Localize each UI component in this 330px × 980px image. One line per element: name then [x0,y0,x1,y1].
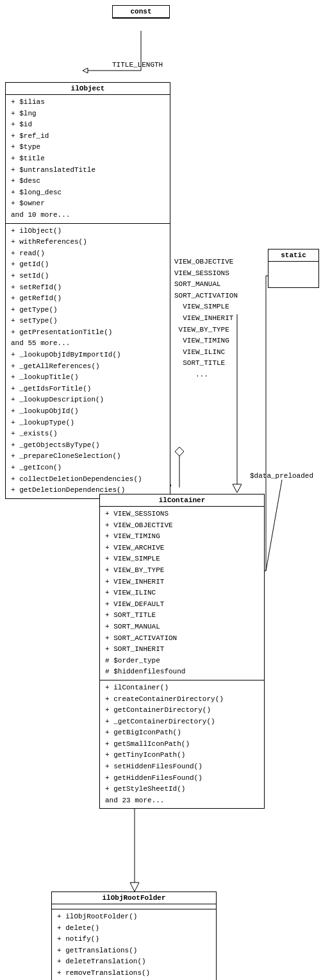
static-body [268,262,318,287]
ilcontainer-title: ilContainer [100,494,264,507]
svg-marker-18 [175,447,184,456]
ilobject-title: ilObject [6,83,170,95]
ilcontainer-box: ilContainer + VIEW_SESSIONS + VIEW_OBJEC… [99,494,265,809]
ilobject-box: ilObject + $ilias + $lng + $id + $ref_id… [5,82,170,499]
const-box-title: const [113,6,169,18]
data-preloaded-label: $data_preloaded [250,472,313,480]
static-title: static [268,249,318,262]
ilcontainer-properties: + VIEW_SESSIONS + VIEW_OBJECTIVE + VIEW_… [100,507,264,680]
diagram-container: const TITLE_LENGTH ilObject + $ilias + $… [0,0,330,980]
svg-marker-3 [83,68,88,73]
constants-list: VIEW_OBJECTIVE VIEW_SESSIONS SORT_MANUAL… [174,257,238,381]
ilobjrootfolder-methods: + ilObjRootFolder() + delete() + notify(… [52,909,216,980]
title-length-label: TITLE_LENGTH [112,61,163,69]
svg-marker-17 [130,883,139,891]
ilobjrootfolder-box: ilObjRootFolder + ilObjRootFolder() + de… [51,891,217,980]
ilcontainer-methods: + ilContainer() + createContainerDirecto… [100,680,264,809]
svg-marker-14 [233,484,242,493]
static-box: static [268,249,319,288]
ilobject-properties: + $ilias + $lng + $id + $ref_id + $type … [6,95,170,224]
svg-line-15 [266,480,282,571]
ilobjrootfolder-title: ilObjRootFolder [52,892,216,904]
const-box: const [112,5,170,19]
ilobjrootfolder-properties [52,904,216,909]
ilobject-methods: + ilObject() + withReferences() + read()… [6,224,170,498]
